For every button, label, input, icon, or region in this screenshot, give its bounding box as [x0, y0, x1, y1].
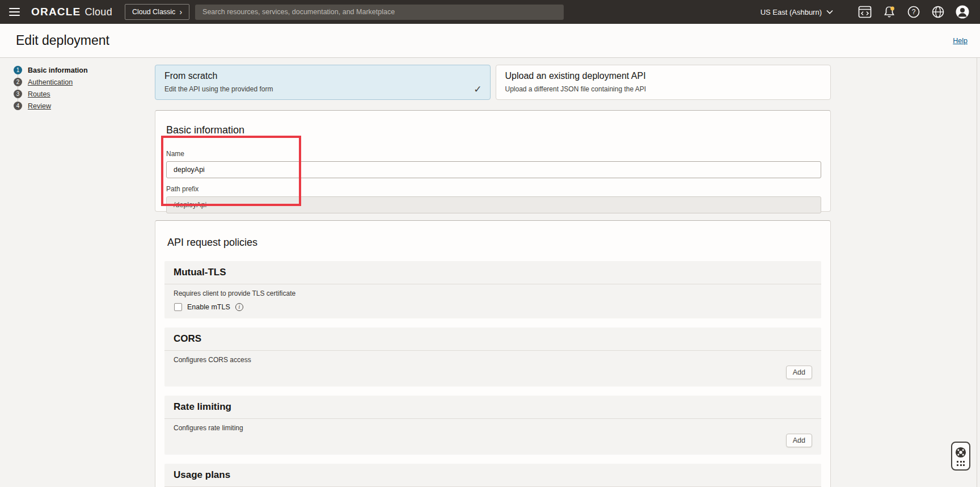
search-input[interactable]	[195, 5, 564, 20]
policy-description: Requires client to provide TLS certifica…	[174, 289, 812, 297]
brand-cloud: Cloud	[85, 6, 112, 18]
source-selector: From scratch Edit the API using the prov…	[155, 65, 831, 100]
svg-text:?: ?	[912, 8, 916, 16]
policy-title: CORS	[174, 333, 201, 344]
step-label: Basic information	[28, 66, 88, 74]
page-title: Edit deployment	[16, 33, 109, 48]
name-input[interactable]	[166, 161, 821, 178]
notifications-button[interactable]	[882, 5, 897, 19]
policy-title: Usage plans	[174, 469, 230, 480]
enable-mtls-label: Enable mTLS	[187, 303, 230, 311]
policy-header: Usage plans	[164, 464, 821, 487]
policy-rate-limiting: Rate limiting Configures rate limiting A…	[164, 396, 821, 455]
step-routes[interactable]: 3 Routes	[14, 90, 88, 98]
policy-usage-plans: Usage plans Configures usage plans Add	[164, 464, 821, 487]
developer-tools-button[interactable]	[858, 5, 872, 19]
question-mark-icon: ?	[907, 5, 920, 19]
policy-header: Mutual-TLS	[164, 261, 821, 284]
section-heading: API request policies	[167, 237, 821, 249]
step-number-badge: 2	[14, 78, 22, 86]
policy-cors: CORS Configures CORS access Add	[164, 328, 821, 387]
cloud-classic-button[interactable]: Cloud Classic ›	[125, 4, 189, 20]
card-subtitle: Edit the API using the provided form	[164, 85, 481, 93]
cors-add-button[interactable]: Add	[786, 366, 812, 379]
content-area: 1 Basic information 2 Authentication 3 R…	[0, 58, 980, 487]
page-header: Edit deployment Help	[0, 24, 980, 58]
card-title: From scratch	[164, 71, 481, 81]
section-heading: Basic information	[166, 124, 821, 136]
policy-description: Configures rate limiting	[174, 424, 812, 432]
policy-body: Configures rate limiting Add	[164, 419, 821, 455]
api-request-policies-section: API request policies Mutual-TLS Requires…	[155, 220, 831, 487]
step-number-badge: 3	[14, 90, 22, 98]
card-title: Upload an existing deployment API	[505, 71, 822, 81]
user-avatar-icon	[955, 5, 970, 19]
selected-checkmark-icon: ✓	[474, 83, 481, 95]
card-subtitle: Upload a different JSON file containing …	[505, 85, 822, 93]
dots-grid-icon	[957, 461, 965, 466]
cloud-shell-icon	[858, 6, 872, 18]
upload-api-card[interactable]: Upload an existing deployment API Upload…	[496, 65, 831, 100]
support-widget-button[interactable]	[951, 442, 970, 471]
step-authentication[interactable]: 2 Authentication	[14, 78, 88, 86]
step-label: Routes	[28, 90, 50, 98]
policy-header: CORS	[164, 328, 821, 351]
lifebuoy-icon	[954, 446, 967, 459]
region-label: US East (Ashburn)	[761, 8, 822, 16]
wizard-stepper: 1 Basic information 2 Authentication 3 R…	[14, 66, 88, 114]
step-label: Authentication	[28, 78, 73, 86]
policy-body: Requires client to provide TLS certifica…	[164, 284, 821, 318]
globe-icon	[931, 5, 945, 19]
enable-mtls-checkbox[interactable]	[174, 303, 182, 311]
vertical-scrollbar[interactable]	[977, 58, 980, 487]
step-label: Review	[28, 102, 51, 110]
help-button[interactable]: ?	[906, 5, 921, 19]
profile-button[interactable]	[955, 5, 970, 19]
topbar: ORACLE Cloud Cloud Classic › US East (As…	[0, 0, 980, 24]
oracle-cloud-logo[interactable]: ORACLE Cloud	[31, 6, 112, 18]
bell-icon	[882, 5, 896, 19]
basic-information-section: Basic information Name Path prefix	[155, 110, 831, 212]
from-scratch-card[interactable]: From scratch Edit the API using the prov…	[155, 65, 491, 100]
policy-title: Mutual-TLS	[174, 267, 226, 278]
step-number-badge: 1	[14, 66, 22, 74]
region-selector[interactable]: US East (Ashburn)	[761, 8, 833, 16]
brand-oracle: ORACLE	[31, 6, 81, 18]
help-link[interactable]: Help	[953, 37, 968, 45]
step-basic-information[interactable]: 1 Basic information	[14, 66, 88, 74]
chevron-right-icon: ›	[179, 9, 182, 15]
policy-description: Configures CORS access	[174, 356, 812, 364]
main-column: From scratch Edit the API using the prov…	[155, 65, 831, 487]
name-field-label: Name	[166, 150, 821, 158]
policy-mutual-tls: Mutual-TLS Requires client to provide TL…	[164, 261, 821, 318]
notification-dot	[890, 7, 894, 11]
step-review[interactable]: 4 Review	[14, 102, 88, 110]
info-icon[interactable]: i	[235, 303, 243, 311]
chevron-down-icon	[826, 10, 833, 14]
path-prefix-input	[166, 196, 821, 213]
language-button[interactable]	[931, 5, 945, 19]
rate-limiting-add-button[interactable]: Add	[786, 434, 812, 447]
hamburger-menu-icon[interactable]	[9, 8, 20, 16]
cloud-classic-label: Cloud Classic	[132, 8, 175, 16]
policy-body: Configures CORS access Add	[164, 351, 821, 387]
policy-title: Rate limiting	[174, 401, 231, 412]
policy-header: Rate limiting	[164, 396, 821, 419]
path-prefix-label: Path prefix	[166, 185, 821, 193]
step-number-badge: 4	[14, 102, 22, 110]
